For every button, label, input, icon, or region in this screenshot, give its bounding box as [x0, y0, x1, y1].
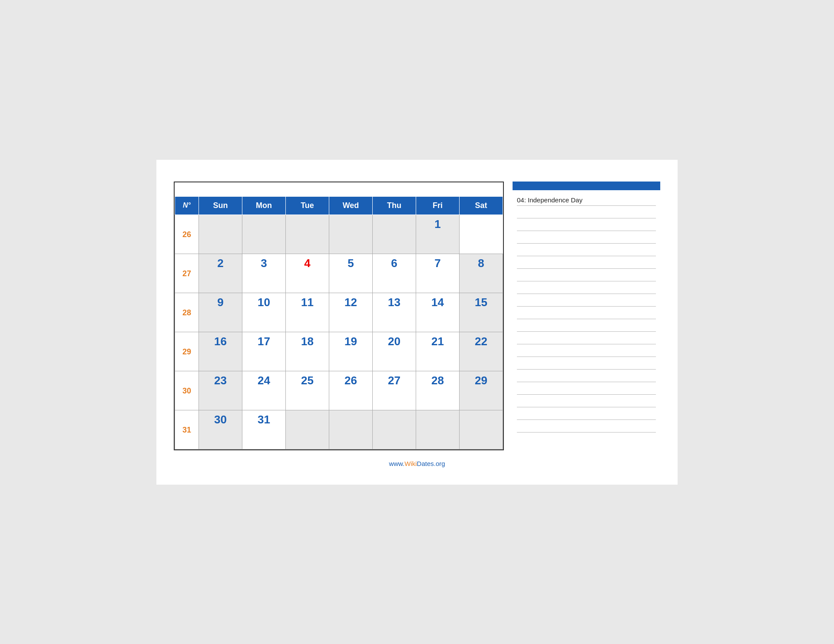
- day-cell: 23: [199, 371, 242, 410]
- day-cell: 1: [416, 215, 460, 254]
- holidays-section: 04: Independence Day: [513, 182, 660, 450]
- header-weeknum: N°: [175, 196, 199, 215]
- day-cell: 14: [416, 293, 460, 332]
- calendar-week-row: 2916171819202122: [175, 332, 503, 371]
- ruled-line: [517, 407, 656, 420]
- day-cell: 3: [242, 254, 286, 293]
- ruled-line: [517, 357, 656, 370]
- day-cell: 22: [460, 332, 503, 371]
- day-cell: [460, 410, 503, 449]
- header-thu: Thu: [373, 196, 416, 215]
- header-wed: Wed: [329, 196, 373, 215]
- ruled-line: [517, 382, 656, 395]
- footer-org: .org: [434, 460, 445, 467]
- header-mon: Mon: [242, 196, 286, 215]
- day-cell: [373, 215, 416, 254]
- calendar-week-row: 261: [175, 215, 503, 254]
- day-cell: [416, 410, 460, 449]
- day-cell: 21: [416, 332, 460, 371]
- day-cell: 5: [329, 254, 373, 293]
- ruled-line: [517, 420, 656, 433]
- day-cell: 30: [199, 410, 242, 449]
- day-cell: 10: [242, 293, 286, 332]
- main-content: N° Sun Mon Tue Wed Thu Fri Sat 261272345…: [174, 182, 660, 450]
- day-cell: 29: [460, 371, 503, 410]
- day-cell: 27: [373, 371, 416, 410]
- ruled-line: [517, 231, 656, 244]
- day-cell: 7: [416, 254, 460, 293]
- ruled-line: [517, 294, 656, 307]
- holiday-item: 04: Independence Day: [517, 194, 656, 206]
- calendar-section: N° Sun Mon Tue Wed Thu Fri Sat 261272345…: [174, 182, 504, 450]
- ruled-line: [517, 319, 656, 332]
- page: N° Sun Mon Tue Wed Thu Fri Sat 261272345…: [156, 160, 678, 485]
- header-fri: Fri: [416, 196, 460, 215]
- day-cell: [242, 215, 286, 254]
- ruled-line: [517, 307, 656, 319]
- footer-www: www.: [389, 460, 404, 467]
- day-cell: 16: [199, 332, 242, 371]
- ruled-line: [517, 332, 656, 344]
- day-cell: 24: [242, 371, 286, 410]
- footer-wiki: Wiki: [404, 460, 417, 467]
- header-sat: Sat: [460, 196, 503, 215]
- day-cell: 18: [286, 332, 329, 371]
- day-cell: 19: [329, 332, 373, 371]
- calendar-grid: N° Sun Mon Tue Wed Thu Fri Sat 261272345…: [175, 196, 503, 449]
- week-number: 31: [175, 410, 199, 449]
- calendar-week-row: 289101112131415: [175, 293, 503, 332]
- day-cell: 31: [242, 410, 286, 449]
- footer: www.WikiDates.org: [389, 460, 445, 467]
- ruled-line: [517, 370, 656, 382]
- calendar-week-row: 272345678: [175, 254, 503, 293]
- calendar-header-row: N° Sun Mon Tue Wed Thu Fri Sat: [175, 196, 503, 215]
- day-cell: 11: [286, 293, 329, 332]
- day-cell: [329, 410, 373, 449]
- header-tue: Tue: [286, 196, 329, 215]
- holidays-header: [513, 182, 660, 190]
- ruled-line: [517, 269, 656, 281]
- week-number: 26: [175, 215, 199, 254]
- day-cell: 9: [199, 293, 242, 332]
- day-cell: [286, 410, 329, 449]
- week-number: 28: [175, 293, 199, 332]
- footer-dates: Dates: [417, 460, 434, 467]
- day-cell: 15: [460, 293, 503, 332]
- ruled-line: [517, 395, 656, 407]
- holidays-content: 04: Independence Day: [513, 190, 660, 450]
- header-sun: Sun: [199, 196, 242, 215]
- day-cell: 28: [416, 371, 460, 410]
- lines-section: [517, 206, 656, 433]
- day-cell: 12: [329, 293, 373, 332]
- ruled-line: [517, 244, 656, 256]
- ruled-line: [517, 344, 656, 357]
- day-cell: [329, 215, 373, 254]
- day-cell: 13: [373, 293, 416, 332]
- day-cell: 26: [329, 371, 373, 410]
- calendar-week-row: 3023242526272829: [175, 371, 503, 410]
- ruled-line: [517, 281, 656, 294]
- week-number: 27: [175, 254, 199, 293]
- day-cell: 25: [286, 371, 329, 410]
- calendar-week-row: 313031: [175, 410, 503, 449]
- day-cell: [199, 215, 242, 254]
- ruled-line: [517, 206, 656, 218]
- ruled-line: [517, 256, 656, 269]
- ruled-line: [517, 218, 656, 231]
- calendar-title: [175, 182, 503, 196]
- day-cell: [286, 215, 329, 254]
- day-cell: 6: [373, 254, 416, 293]
- day-cell: 17: [242, 332, 286, 371]
- day-cell: 8: [460, 254, 503, 293]
- day-cell: 4: [286, 254, 329, 293]
- week-number: 30: [175, 371, 199, 410]
- week-number: 29: [175, 332, 199, 371]
- day-cell: 20: [373, 332, 416, 371]
- day-cell: [373, 410, 416, 449]
- day-cell: 2: [199, 254, 242, 293]
